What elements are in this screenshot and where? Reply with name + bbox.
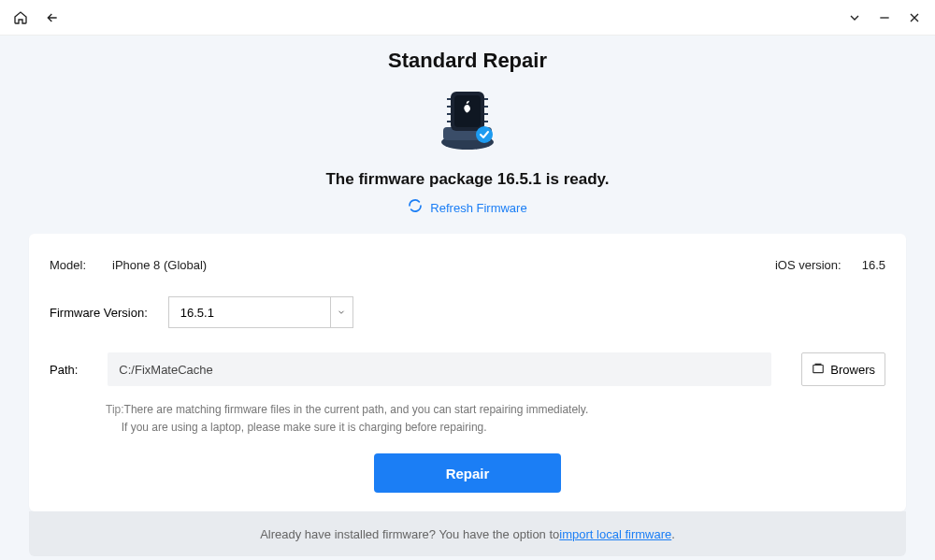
dropdown-icon[interactable] (847, 10, 862, 25)
refresh-firmware-button[interactable]: Refresh Firmware (408, 198, 526, 217)
svg-point-12 (476, 126, 493, 143)
firmware-version-value: 16.5.1 (169, 297, 330, 327)
refresh-label: Refresh Firmware (430, 201, 526, 215)
chevron-down-icon[interactable] (330, 297, 352, 327)
status-line: The firmware package 16.5.1 is ready. (325, 170, 609, 189)
device-info-row: Model: iPhone 8 (Global) iOS version: 16… (50, 258, 885, 272)
main-stage: Standard Repair The firmware package 16.… (0, 36, 935, 560)
minimize-icon[interactable] (877, 10, 892, 25)
close-icon[interactable] (907, 10, 922, 25)
back-icon[interactable] (45, 10, 60, 25)
model-label: Model: (50, 258, 86, 272)
tip-prefix: Tip: (106, 403, 124, 416)
firmware-version-row: Firmware Version: 16.5.1 (50, 296, 885, 328)
svg-rect-13 (813, 365, 824, 372)
firmware-version-select[interactable]: 16.5.1 (168, 296, 353, 328)
path-value: C:/FixMateCache (119, 363, 212, 377)
tips-text: Tip:There are matching firmware files in… (106, 401, 885, 437)
firmware-version-label: Firmware Version: (50, 306, 148, 320)
refresh-icon (408, 198, 423, 217)
ios-version-value: 16.5 (862, 258, 885, 272)
page-title: Standard Repair (388, 49, 547, 73)
device-chip-icon (430, 90, 505, 157)
import-firmware-link[interactable]: import local firmware (559, 527, 671, 541)
tip-line-2: If you are using a laptop, please make s… (122, 421, 487, 434)
titlebar (0, 0, 935, 36)
path-input[interactable]: C:/FixMateCache (108, 352, 771, 386)
model-value: iPhone 8 (Global) (112, 258, 207, 272)
footer-prefix: Already have installed firmware? You hav… (260, 527, 559, 541)
path-label: Path: (50, 363, 78, 377)
repair-button[interactable]: Repair (374, 453, 561, 493)
tip-line-1: There are matching firmware files in the… (124, 403, 589, 416)
browse-button[interactable]: Browers (801, 352, 885, 386)
home-icon[interactable] (13, 10, 28, 25)
titlebar-right (847, 10, 922, 25)
details-card: Model: iPhone 8 (Global) iOS version: 16… (29, 234, 906, 511)
folder-icon (812, 362, 825, 378)
ios-version-label: iOS version: (775, 258, 842, 272)
footer-bar: Already have installed firmware? You hav… (29, 511, 906, 556)
footer-suffix: . (671, 527, 675, 541)
browse-label: Browers (830, 363, 875, 377)
path-row: Path: C:/FixMateCache Browers (50, 352, 885, 386)
titlebar-left (13, 10, 60, 25)
